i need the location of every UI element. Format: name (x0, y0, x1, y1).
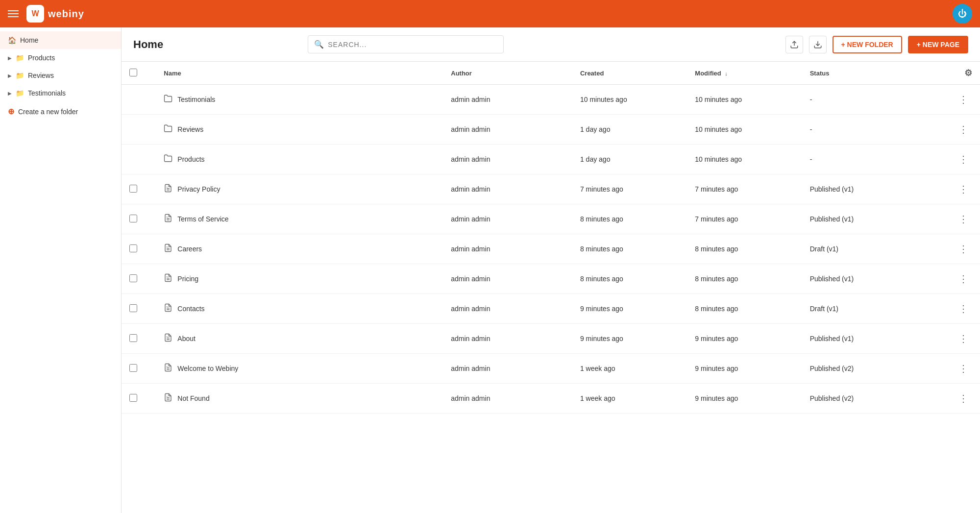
td-modified: 8 minutes ago (687, 294, 802, 324)
more-options-button[interactable]: ⋮ (955, 211, 972, 227)
item-name[interactable]: Testimonials (177, 96, 215, 103)
table-row: Pricing admin admin 8 minutes ago 8 minu… (122, 264, 980, 294)
th-status: Status (802, 62, 931, 85)
user-avatar[interactable]: ⏻ (953, 4, 972, 24)
row-checkbox[interactable] (129, 364, 137, 372)
td-actions: ⋮ (931, 264, 980, 294)
item-name[interactable]: Products (177, 155, 204, 163)
td-checkbox (122, 85, 156, 115)
td-checkbox (122, 204, 156, 234)
more-options-button[interactable]: ⋮ (955, 122, 972, 137)
main-header: Home 🔍 (122, 27, 980, 62)
page-title: Home (133, 38, 163, 51)
td-checkbox (122, 115, 156, 145)
download-button[interactable] (809, 36, 827, 53)
page-icon (164, 393, 172, 404)
arrow-icon: ▶ (8, 91, 12, 96)
more-options-button[interactable]: ⋮ (955, 241, 972, 257)
th-modified[interactable]: Modified ↓ (687, 62, 802, 85)
td-actions: ⋮ (931, 85, 980, 115)
create-folder-button[interactable]: ⊕ Create a new folder (0, 102, 121, 121)
search-input[interactable] (328, 41, 497, 49)
more-options-button[interactable]: ⋮ (955, 331, 972, 346)
search-icon: 🔍 (314, 40, 324, 49)
row-checkbox[interactable] (129, 215, 137, 222)
select-all-checkbox[interactable] (129, 69, 137, 76)
row-checkbox[interactable] (129, 185, 137, 193)
sidebar-item-products[interactable]: ▶ 📁 Products (0, 49, 121, 67)
td-actions: ⋮ (931, 234, 980, 264)
item-name[interactable]: Welcome to Webiny (177, 365, 238, 372)
hamburger-button[interactable] (8, 10, 19, 17)
page-icon (164, 363, 172, 374)
upload-button[interactable] (785, 36, 803, 53)
item-name[interactable]: Pricing (177, 275, 198, 283)
more-options-button[interactable]: ⋮ (955, 92, 972, 107)
row-checkbox[interactable] (129, 334, 137, 342)
item-name[interactable]: Careers (177, 245, 202, 253)
td-created: 1 week ago (572, 384, 687, 414)
more-options-button[interactable]: ⋮ (955, 391, 972, 406)
item-name[interactable]: Contacts (177, 305, 204, 313)
td-created: 1 day ago (572, 145, 687, 174)
td-status: Draft (v1) (802, 294, 931, 324)
th-name[interactable]: Name (156, 62, 443, 85)
new-folder-button[interactable]: + NEW FOLDER (833, 36, 902, 53)
td-author: admin admin (443, 294, 572, 324)
td-actions: ⋮ (931, 115, 980, 145)
item-name[interactable]: Privacy Policy (177, 185, 220, 193)
th-created: Created (572, 62, 687, 85)
td-status: - (802, 145, 931, 174)
row-checkbox[interactable] (129, 394, 137, 402)
more-options-button[interactable]: ⋮ (955, 361, 972, 376)
td-author: admin admin (443, 174, 572, 204)
folder-icon: 📁 (16, 89, 24, 97)
folder-icon (164, 124, 172, 133)
sidebar-item-testimonials[interactable]: ▶ 📁 Testimonials (0, 84, 121, 102)
arrow-icon: ▶ (8, 55, 12, 61)
page-icon (164, 333, 172, 344)
page-icon (164, 273, 172, 282)
td-modified: 9 minutes ago (687, 354, 802, 384)
arrow-icon: ▶ (8, 73, 12, 78)
page-icon (164, 333, 172, 342)
table-row: Testimonials admin admin 10 minutes ago … (122, 85, 980, 115)
td-name: Testimonials (156, 85, 443, 115)
page-icon (164, 184, 172, 195)
table-container: Name Author Created Modified ↓ Status ⚙ (122, 62, 980, 513)
page-icon (164, 363, 172, 372)
td-modified: 10 minutes ago (687, 115, 802, 145)
td-name: Careers (156, 234, 443, 264)
more-options-button[interactable]: ⋮ (955, 181, 972, 197)
logo-icon: W (26, 5, 44, 23)
item-name[interactable]: Not Found (177, 394, 209, 402)
more-options-button[interactable]: ⋮ (955, 271, 972, 287)
th-author: Author (443, 62, 572, 85)
td-modified: 9 minutes ago (687, 384, 802, 414)
td-actions: ⋮ (931, 384, 980, 414)
td-created: 10 minutes ago (572, 85, 687, 115)
folder-icon (164, 94, 172, 105)
download-icon (813, 40, 822, 49)
row-checkbox[interactable] (129, 244, 137, 252)
td-modified: 8 minutes ago (687, 264, 802, 294)
td-author: admin admin (443, 204, 572, 234)
item-name[interactable]: About (177, 335, 196, 342)
td-actions: ⋮ (931, 204, 980, 234)
sidebar-item-home[interactable]: 🏠 Home (0, 31, 121, 49)
more-options-button[interactable]: ⋮ (955, 301, 972, 317)
item-name[interactable]: Reviews (177, 125, 203, 133)
table-row: Products admin admin 1 day ago 10 minute… (122, 145, 980, 174)
new-page-button[interactable]: + NEW PAGE (908, 36, 968, 53)
td-status: Published (v2) (802, 354, 931, 384)
td-actions: ⋮ (931, 324, 980, 354)
more-options-button[interactable]: ⋮ (955, 151, 972, 167)
row-checkbox[interactable] (129, 304, 137, 312)
row-checkbox[interactable] (129, 274, 137, 282)
sidebar-item-reviews[interactable]: ▶ 📁 Reviews (0, 67, 121, 84)
item-name[interactable]: Terms of Service (177, 215, 228, 223)
table-row: Careers admin admin 8 minutes ago 8 minu… (122, 234, 980, 264)
page-icon (164, 244, 172, 254)
settings-icon[interactable]: ⚙ (964, 68, 972, 78)
folder-icon: 📁 (16, 54, 24, 62)
